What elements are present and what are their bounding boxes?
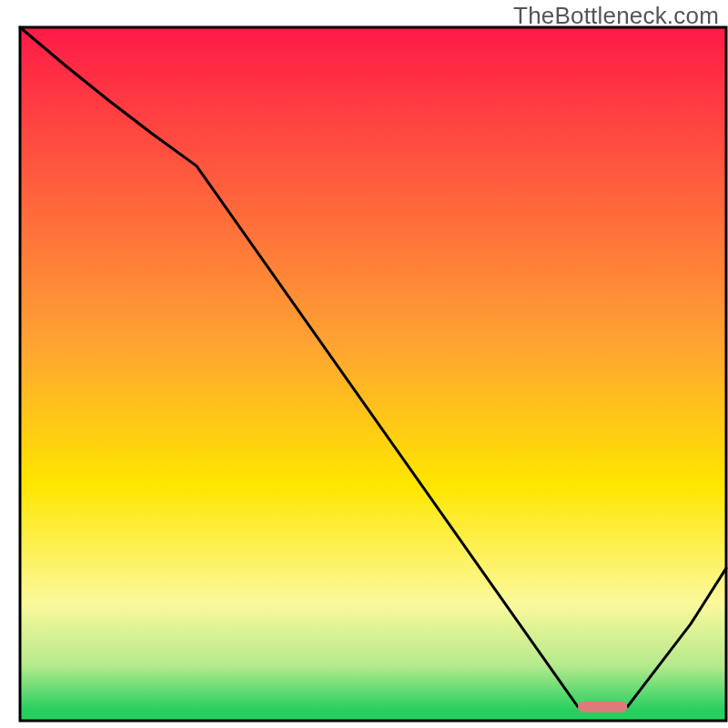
plot-background <box>20 27 726 721</box>
watermark-text: TheBottleneck.com <box>513 2 719 30</box>
chart-container: { "watermark": "TheBottleneck.com", "cha… <box>0 0 728 728</box>
bottleneck-chart <box>0 0 728 728</box>
optimal-range-marker <box>578 702 627 713</box>
